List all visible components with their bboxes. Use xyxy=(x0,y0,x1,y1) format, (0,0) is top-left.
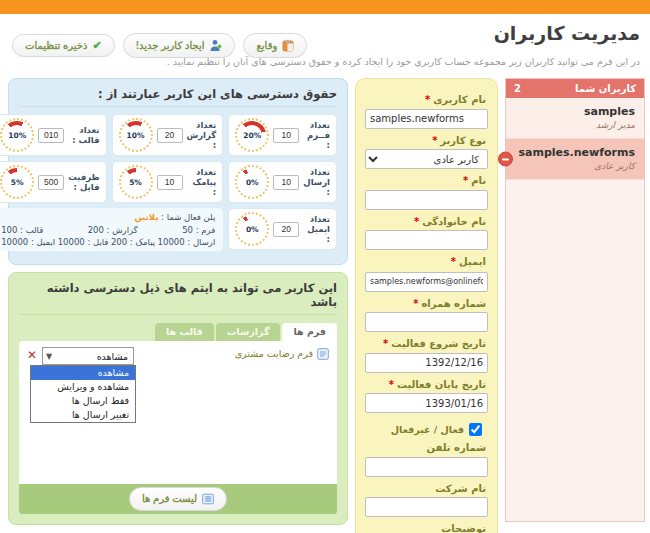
save-settings-button[interactable]: ✔ ذخیره تنظیمات xyxy=(12,34,115,57)
plan-stat: فرم : 50 xyxy=(182,225,215,235)
quota-panel: حقوق دسترسی های این کاربر عبارتند از : ت… xyxy=(8,78,348,265)
logs-button[interactable]: وقایع xyxy=(243,33,307,58)
users-panel-title: کاربران شما xyxy=(575,83,636,94)
quota-tile-emails: تعداد ایمیل : 0% xyxy=(228,208,337,250)
quota-tile-submissions: تعداد ارسال : 0% xyxy=(228,161,337,203)
permission-option-view[interactable]: مشاهده xyxy=(31,366,135,380)
company-label: نام شرکت xyxy=(367,483,486,494)
sms-usage-gauge: 5% xyxy=(119,165,153,199)
user-form-panel: نام کاربری* نوع کاربر* کاربر عادی نام* ن… xyxy=(355,78,498,533)
list-icon xyxy=(202,493,214,505)
first-name-label: نام* xyxy=(367,175,486,186)
sms-quota-input[interactable] xyxy=(157,175,183,190)
toolbar: وقایع ایجاد کاربر جدید! ✔ ذخیره تنظیمات xyxy=(12,33,333,58)
left-column: حقوق دسترسی های این کاربر عبارتند از : ت… xyxy=(8,78,348,525)
user-role: کاربر عادی xyxy=(515,161,635,171)
remove-user-icon[interactable] xyxy=(498,152,513,167)
file-capacity-input[interactable] xyxy=(38,175,64,190)
forms-quota-input[interactable] xyxy=(273,128,299,143)
clipboard-icon xyxy=(282,39,294,52)
users-panel-header: کاربران شما 2 xyxy=(506,79,644,98)
permission-option-view-edit[interactable]: مشاهده و ویرایش xyxy=(31,380,135,394)
phone-label: شماره تلفن xyxy=(367,442,486,453)
quota-tile-reports: تعداد گزارش : 10% xyxy=(112,114,224,156)
quota-tile-label: تعداد ارسال : xyxy=(303,167,330,197)
quota-tile-sms: تعداد پیامک : 5% xyxy=(112,161,224,203)
permission-select[interactable]: مشاهده ▼ xyxy=(42,347,134,365)
user-type-select[interactable]: کاربر عادی xyxy=(365,149,488,169)
email-input[interactable] xyxy=(365,272,488,292)
quota-tile-label: ظرفیت فایل : xyxy=(68,172,99,192)
save-settings-button-label: ذخیره تنظیمات xyxy=(25,40,87,51)
user-name: samples xyxy=(515,105,635,118)
active-checkbox-label: فعال / غیرفعال xyxy=(391,424,464,435)
end-date-input[interactable] xyxy=(365,393,488,413)
plan-stats-row2: ارسال : 10000 پیامک : 200 فایل : 10000 ا… xyxy=(1,237,215,247)
access-panel: این کاربر می تواند به ایتم های ذیل دسترس… xyxy=(8,272,348,525)
forms-usage-gauge: 20% xyxy=(235,118,269,152)
quota-tile-file-capacity: ظرفیت فایل : 5% xyxy=(0,161,107,203)
access-items-list: فرم رضایت مشتری مشاهده ▼ مشاهده مشاهده و… xyxy=(19,341,337,484)
user-role: مدیر ارشد xyxy=(515,120,635,130)
permission-dropdown-list: مشاهده مشاهده و ویرایش فقط ارسال ها تغیی… xyxy=(30,365,136,423)
page-header: مدیریت کاربران در این فرم می توانید کارب… xyxy=(0,14,650,76)
active-checkbox[interactable] xyxy=(469,423,482,436)
plan-stat: گزارش : 200 xyxy=(88,225,138,235)
reports-quota-input[interactable] xyxy=(157,128,183,143)
mobile-label: شماره همراه* xyxy=(367,298,486,309)
plan-stats-row1: فرم : 50 گزارش : 200 قالب : 100 xyxy=(1,225,215,235)
remove-access-icon[interactable]: ✕ xyxy=(27,347,37,363)
tab-templates[interactable]: قالب ها xyxy=(155,323,214,341)
check-icon: ✔ xyxy=(92,40,101,51)
access-item-row: فرم رضایت مشتری xyxy=(235,347,329,360)
emails-quota-input[interactable] xyxy=(273,222,299,237)
quota-tiles-grid: تعداد فــرم : 20% تعداد گزارش : 10% تعدا… xyxy=(19,114,337,251)
plan-label: پلن فعال شما : xyxy=(161,212,215,222)
access-item-name: فرم رضایت مشتری xyxy=(235,348,313,359)
plan-stat: ایمیل : 10000 xyxy=(1,237,55,247)
tab-forms[interactable]: فرم ها xyxy=(282,323,337,341)
permission-option-change-submissions[interactable]: تغییر ارسال ها xyxy=(31,408,135,422)
reports-usage-gauge: 10% xyxy=(119,118,153,152)
email-label: ایمیل* xyxy=(367,256,486,267)
username-input[interactable] xyxy=(365,109,488,129)
top-accent-bar xyxy=(0,0,650,14)
create-user-button-label: ایجاد کاربر جدید! xyxy=(136,40,205,51)
user-name: samples.newforms xyxy=(515,146,635,159)
quota-tile-label: تعداد گزارش : xyxy=(187,120,217,150)
start-date-input[interactable] xyxy=(365,353,488,373)
create-user-button[interactable]: ایجاد کاربر جدید! xyxy=(123,33,236,58)
chevron-down-icon: ▼ xyxy=(46,352,52,361)
phone-input[interactable] xyxy=(365,457,488,477)
first-name-input[interactable] xyxy=(365,190,488,210)
templates-quota-input[interactable] xyxy=(38,128,64,143)
access-panel-title: این کاربر می تواند به ایتم های ذیل دسترس… xyxy=(19,281,337,315)
users-count-badge: 2 xyxy=(514,83,521,94)
last-name-label: نام خانوادگی* xyxy=(367,216,486,227)
form-icon xyxy=(317,347,329,360)
quota-tile-label: تعداد ایمیل : xyxy=(303,214,330,244)
tab-reports[interactable]: گزارشات xyxy=(216,323,281,341)
company-input[interactable] xyxy=(365,497,488,517)
forms-list-button[interactable]: لیست فرم ها xyxy=(129,487,227,511)
end-date-label: تاریخ پایان فعالیت* xyxy=(367,379,486,390)
quota-tile-templates: تعداد قالب : 10% xyxy=(0,114,107,156)
mobile-input[interactable] xyxy=(365,312,488,332)
user-row-samples-newforms[interactable]: samples.newforms کاربر عادی xyxy=(506,139,644,180)
plan-name: پلاتین xyxy=(134,212,158,222)
user-type-label: نوع کاربر* xyxy=(367,135,486,146)
permission-option-submissions-only[interactable]: فقط ارسال ها xyxy=(31,394,135,408)
last-name-input[interactable] xyxy=(365,230,488,250)
quota-tile-label: تعداد فــرم : xyxy=(303,120,330,150)
quota-panel-title: حقوق دسترسی های این کاربر عبارتند از : xyxy=(19,87,337,107)
templates-usage-gauge: 10% xyxy=(0,118,34,152)
quota-tile-forms: تعداد فــرم : 20% xyxy=(228,114,337,156)
user-row-samples[interactable]: samples مدیر ارشد xyxy=(506,98,644,139)
page-title: مدیریت کاربران xyxy=(494,22,640,44)
username-label: نام کاربری* xyxy=(367,94,486,105)
submissions-quota-input[interactable] xyxy=(273,175,299,190)
quota-tile-label: تعداد پیامک : xyxy=(187,167,217,197)
emails-usage-gauge: 0% xyxy=(235,212,269,246)
file-usage-gauge: 5% xyxy=(0,165,34,199)
plan-stat: پیامک : 200 xyxy=(111,237,155,247)
